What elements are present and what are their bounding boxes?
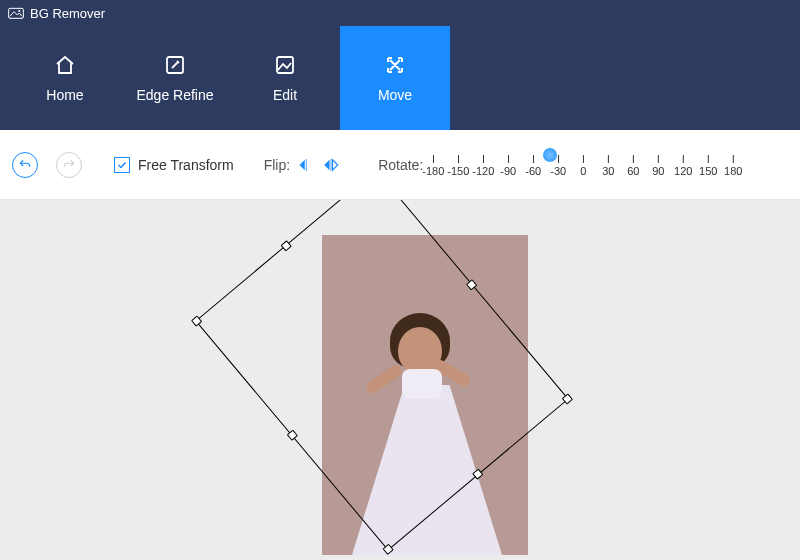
main-nav: Home Edge Refine Edit Move [0, 26, 800, 130]
rotate-tick: 150 [699, 155, 717, 177]
nav-home[interactable]: Home [10, 26, 120, 130]
svg-point-1 [18, 10, 20, 12]
free-transform-label: Free Transform [138, 157, 234, 173]
handle-tm[interactable] [281, 240, 292, 251]
rotate-slider-thumb[interactable] [543, 148, 557, 162]
rotate-control: Rotate: -180-150-120-90-60-3003060901201… [378, 147, 733, 183]
rotate-tick: 120 [674, 155, 692, 177]
nav-move[interactable]: Move [340, 26, 450, 130]
nav-edge-refine[interactable]: Edge Refine [120, 26, 230, 130]
handle-ml[interactable] [287, 430, 298, 441]
undo-button[interactable] [12, 152, 38, 178]
rotate-label: Rotate: [378, 157, 423, 173]
handle-tl[interactable] [191, 315, 202, 326]
redo-button[interactable] [56, 152, 82, 178]
free-transform-toggle[interactable]: Free Transform [114, 157, 234, 173]
nav-label: Edge Refine [136, 87, 213, 103]
edge-refine-icon [163, 53, 187, 77]
rotate-tick: 90 [652, 155, 664, 177]
handle-br[interactable] [562, 393, 573, 404]
nav-edit[interactable]: Edit [230, 26, 340, 130]
flip-label: Flip: [264, 157, 290, 173]
rotate-tick: -90 [500, 155, 516, 177]
home-icon [53, 53, 77, 77]
app-title: BG Remover [30, 6, 105, 21]
rotate-tick: -60 [525, 155, 541, 177]
title-bar: BG Remover [0, 0, 800, 26]
rotate-tick: 0 [580, 155, 586, 177]
rotate-tick: -120 [472, 155, 494, 177]
rotate-tick: 180 [724, 155, 742, 177]
rotate-tick: 30 [602, 155, 614, 177]
app-logo-icon [8, 6, 24, 20]
move-icon [383, 53, 407, 77]
edit-icon [273, 53, 297, 77]
nav-label: Move [378, 87, 412, 103]
flip-horizontal-button[interactable] [298, 156, 316, 174]
rotate-tick: 60 [627, 155, 639, 177]
canvas-area[interactable] [0, 200, 800, 560]
checkbox-icon [114, 157, 130, 173]
rotate-tick: -150 [447, 155, 469, 177]
move-toolbar: Free Transform Flip: Rotate: -180-150-12… [0, 130, 800, 200]
rotate-slider[interactable]: -180-150-120-90-60-300306090120150180 [433, 147, 733, 183]
nav-label: Home [46, 87, 83, 103]
flip-controls: Flip: [264, 156, 340, 174]
flip-vertical-button[interactable] [322, 156, 340, 174]
rotate-tick: -180 [422, 155, 444, 177]
nav-label: Edit [273, 87, 297, 103]
